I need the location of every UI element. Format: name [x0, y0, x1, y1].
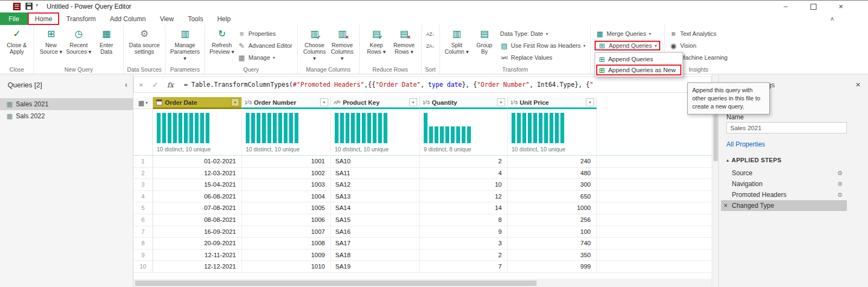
row-number[interactable]: 3	[133, 179, 153, 190]
date-type-icon[interactable]	[156, 99, 162, 105]
merge-queries-button[interactable]: Merge Queries	[595, 29, 660, 39]
table-cell[interactable]: SA15	[331, 214, 420, 226]
maximize-button[interactable]	[805, 1, 821, 12]
keep-rows-button[interactable]: ✓ Keep Rows ▾	[363, 27, 390, 55]
table-cell[interactable]: 10	[420, 179, 508, 190]
filter-button[interactable]: ▾	[586, 98, 594, 106]
delete-step-icon[interactable]: ×	[724, 202, 727, 209]
row-number[interactable]: 5	[133, 202, 153, 214]
menu-transform[interactable]: Transform	[59, 12, 103, 25]
column-header-quantity[interactable]: 1²3 Quantity ▾	[420, 97, 508, 109]
row-number[interactable]: 6	[133, 214, 153, 226]
number-type-icon[interactable]: 1²3	[245, 100, 252, 105]
refresh-preview-button[interactable]: Refresh Preview ▾	[209, 27, 235, 55]
text-type-icon[interactable]: Aᴮᶜ	[334, 100, 341, 105]
table-cell[interactable]: 1001	[242, 156, 331, 167]
table-cell[interactable]: 12-03-2021	[153, 168, 242, 179]
row-number[interactable]: 4	[133, 191, 153, 202]
menu-view[interactable]: View	[153, 12, 181, 25]
table-cell[interactable]: 08-08-2021	[153, 214, 242, 226]
remove-columns-button[interactable]: × Remove Columns ▾	[329, 27, 355, 61]
table-row[interactable]: 406-08-20211004SA1312650	[133, 191, 712, 203]
split-column-button[interactable]: Split Column ▾	[444, 27, 470, 55]
table-row[interactable]: 716-09-20211007SA169100	[133, 226, 712, 238]
table-row[interactable]: 101-02-20211001SA102240	[133, 156, 712, 168]
table-cell[interactable]: 3	[420, 238, 508, 249]
number-type-icon[interactable]: 1²3	[423, 100, 430, 105]
applied-step-changed-type[interactable]: × Changed Type	[721, 200, 847, 211]
row-number[interactable]: 10	[133, 261, 153, 272]
menu-help[interactable]: Help	[210, 12, 238, 25]
table-cell[interactable]: 14	[420, 202, 508, 214]
advanced-editor-button[interactable]: Advanced Editor	[237, 41, 293, 50]
formula-text[interactable]: = Table.TransformColumnTypes(#"Promoted …	[178, 81, 711, 88]
gear-icon[interactable]	[837, 170, 843, 177]
table-cell[interactable]: 256	[508, 214, 597, 226]
new-source-button[interactable]: New Source ▾	[38, 27, 64, 55]
select-all-corner[interactable]	[133, 97, 153, 109]
data-type-button[interactable]: Data Type: Date	[499, 29, 586, 39]
manage-button[interactable]: Manage	[237, 53, 293, 62]
table-cell[interactable]: 9	[420, 226, 508, 238]
query-name-input[interactable]	[726, 122, 847, 133]
row-number[interactable]: 8	[133, 238, 153, 249]
cancel-formula-icon[interactable]: ×	[134, 81, 148, 89]
save-icon[interactable]	[25, 3, 33, 10]
table-cell[interactable]: 1002	[242, 168, 331, 179]
table-row[interactable]: 820-09-20211008SA173740	[133, 238, 712, 250]
remove-rows-button[interactable]: × Remove Rows ▾	[391, 27, 417, 55]
horizontal-scrollbar-thumb[interactable]	[135, 280, 537, 286]
table-cell[interactable]: 15-04-2021	[153, 179, 242, 190]
table-cell[interactable]: 1006	[242, 214, 331, 226]
column-header-order-number[interactable]: 1²3 Order Number ▾	[242, 97, 331, 109]
filter-button[interactable]: ▾	[497, 98, 505, 106]
commit-formula-icon[interactable]: ✓	[148, 81, 162, 89]
table-cell[interactable]: 2	[420, 250, 508, 261]
table-cell[interactable]: 01-02-2021	[153, 156, 242, 167]
table-cell[interactable]: SA18	[331, 250, 420, 261]
table-cell[interactable]: 16-09-2021	[153, 226, 242, 238]
table-row[interactable]: 315-04-20211003SA1210300	[133, 179, 712, 191]
table-cell[interactable]: 8	[420, 214, 508, 226]
vision-button[interactable]: Vision	[668, 41, 729, 50]
close-and-apply-button[interactable]: Close & Apply	[4, 27, 30, 55]
menu-add-column[interactable]: Add Column	[103, 12, 153, 25]
group-by-button[interactable]: Group By	[471, 27, 497, 55]
table-cell[interactable]: 1005	[242, 202, 331, 214]
table-cell[interactable]: 740	[508, 238, 597, 249]
row-number[interactable]: 2	[133, 168, 153, 179]
table-cell[interactable]: 7	[420, 261, 508, 272]
filter-button[interactable]: ▾	[409, 98, 417, 106]
table-cell[interactable]: 1003	[242, 179, 331, 190]
replace-values-button[interactable]: Replace Values	[499, 53, 586, 62]
table-row[interactable]: 212-03-20211002SA114480	[133, 168, 712, 180]
table-cell[interactable]: SA17	[331, 238, 420, 249]
table-cell[interactable]: SA12	[331, 179, 420, 190]
choose-columns-button[interactable]: ✓ Choose Columns ▾	[302, 27, 328, 61]
gear-icon[interactable]	[837, 181, 843, 188]
menu-file[interactable]: File	[0, 12, 28, 25]
gear-icon[interactable]	[837, 192, 843, 199]
table-cell[interactable]: SA10	[331, 156, 420, 167]
all-properties-link[interactable]: All Properties	[726, 141, 765, 148]
manage-parameters-button[interactable]: Manage Parameters ▾	[169, 27, 201, 61]
filter-button[interactable]: ▾	[320, 98, 328, 106]
minimize-button[interactable]: –	[777, 1, 794, 12]
text-analytics-button[interactable]: Text Analytics	[668, 29, 729, 39]
collapse-steps-icon[interactable]	[726, 157, 729, 163]
enter-data-button[interactable]: Enter Data	[93, 27, 119, 55]
table-cell[interactable]: 07-08-2021	[153, 202, 242, 214]
table-cell[interactable]: 12-11-2021	[153, 250, 242, 261]
table-cell[interactable]: 4	[420, 168, 508, 179]
row-number[interactable]: 7	[133, 226, 153, 238]
menu-item-append-queries[interactable]: Append Queries	[596, 54, 681, 65]
table-cell[interactable]: 12	[420, 191, 508, 202]
table-cell[interactable]: SA19	[331, 261, 420, 272]
table-cell[interactable]: 480	[508, 168, 597, 179]
number-type-icon[interactable]: 1²3	[510, 100, 518, 105]
column-header-product-key[interactable]: Aᴮᶜ Product Key ▾	[331, 97, 420, 109]
table-cell[interactable]: 06-08-2021	[153, 191, 242, 202]
menu-tools[interactable]: Tools	[181, 12, 210, 25]
menu-item-append-queries-as-new[interactable]: Append Queries as New	[596, 65, 681, 75]
table-cell[interactable]: 1008	[242, 238, 331, 249]
